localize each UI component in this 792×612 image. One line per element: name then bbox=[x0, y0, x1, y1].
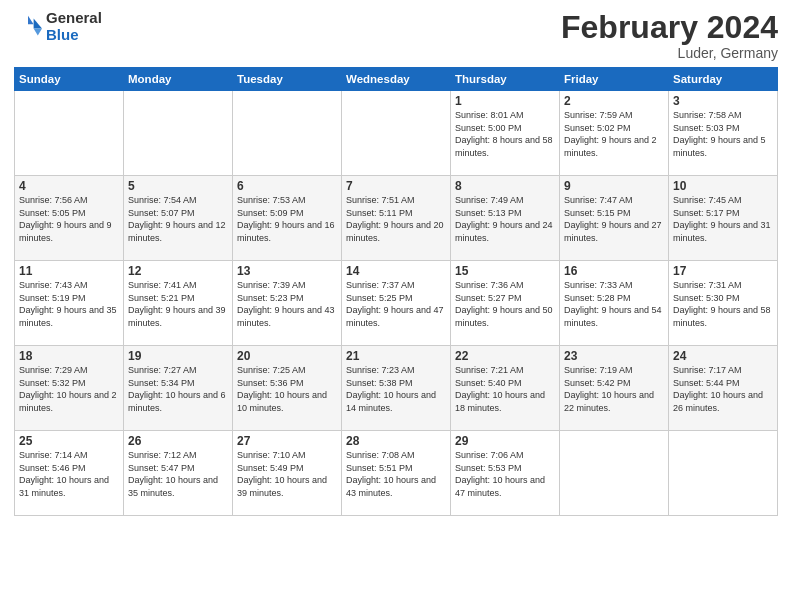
day-number: 18 bbox=[19, 349, 119, 363]
calendar-cell: 21Sunrise: 7:23 AM Sunset: 5:38 PM Dayli… bbox=[342, 346, 451, 431]
calendar-cell: 4Sunrise: 7:56 AM Sunset: 5:05 PM Daylig… bbox=[15, 176, 124, 261]
day-info: Sunrise: 7:49 AM Sunset: 5:13 PM Dayligh… bbox=[455, 194, 555, 244]
header-friday: Friday bbox=[560, 68, 669, 91]
day-number: 21 bbox=[346, 349, 446, 363]
day-number: 27 bbox=[237, 434, 337, 448]
day-info: Sunrise: 7:51 AM Sunset: 5:11 PM Dayligh… bbox=[346, 194, 446, 244]
day-number: 7 bbox=[346, 179, 446, 193]
day-info: Sunrise: 8:01 AM Sunset: 5:00 PM Dayligh… bbox=[455, 109, 555, 159]
calendar-cell: 16Sunrise: 7:33 AM Sunset: 5:28 PM Dayli… bbox=[560, 261, 669, 346]
day-number: 8 bbox=[455, 179, 555, 193]
calendar-cell bbox=[342, 91, 451, 176]
day-info: Sunrise: 7:39 AM Sunset: 5:23 PM Dayligh… bbox=[237, 279, 337, 329]
day-number: 19 bbox=[128, 349, 228, 363]
day-number: 17 bbox=[673, 264, 773, 278]
day-number: 26 bbox=[128, 434, 228, 448]
calendar-cell: 29Sunrise: 7:06 AM Sunset: 5:53 PM Dayli… bbox=[451, 431, 560, 516]
day-info: Sunrise: 7:53 AM Sunset: 5:09 PM Dayligh… bbox=[237, 194, 337, 244]
day-info: Sunrise: 7:41 AM Sunset: 5:21 PM Dayligh… bbox=[128, 279, 228, 329]
calendar-cell: 8Sunrise: 7:49 AM Sunset: 5:13 PM Daylig… bbox=[451, 176, 560, 261]
calendar-cell: 17Sunrise: 7:31 AM Sunset: 5:30 PM Dayli… bbox=[669, 261, 778, 346]
day-info: Sunrise: 7:59 AM Sunset: 5:02 PM Dayligh… bbox=[564, 109, 664, 159]
day-number: 25 bbox=[19, 434, 119, 448]
svg-marker-2 bbox=[28, 15, 34, 23]
calendar-cell: 19Sunrise: 7:27 AM Sunset: 5:34 PM Dayli… bbox=[124, 346, 233, 431]
day-info: Sunrise: 7:31 AM Sunset: 5:30 PM Dayligh… bbox=[673, 279, 773, 329]
day-number: 9 bbox=[564, 179, 664, 193]
day-info: Sunrise: 7:21 AM Sunset: 5:40 PM Dayligh… bbox=[455, 364, 555, 414]
calendar-cell: 13Sunrise: 7:39 AM Sunset: 5:23 PM Dayli… bbox=[233, 261, 342, 346]
calendar-cell: 22Sunrise: 7:21 AM Sunset: 5:40 PM Dayli… bbox=[451, 346, 560, 431]
day-number: 13 bbox=[237, 264, 337, 278]
calendar-week-2: 4Sunrise: 7:56 AM Sunset: 5:05 PM Daylig… bbox=[15, 176, 778, 261]
calendar-week-5: 25Sunrise: 7:14 AM Sunset: 5:46 PM Dayli… bbox=[15, 431, 778, 516]
calendar-cell: 28Sunrise: 7:08 AM Sunset: 5:51 PM Dayli… bbox=[342, 431, 451, 516]
day-number: 22 bbox=[455, 349, 555, 363]
header-sunday: Sunday bbox=[15, 68, 124, 91]
day-number: 5 bbox=[128, 179, 228, 193]
day-number: 28 bbox=[346, 434, 446, 448]
day-info: Sunrise: 7:36 AM Sunset: 5:27 PM Dayligh… bbox=[455, 279, 555, 329]
header-saturday: Saturday bbox=[669, 68, 778, 91]
header-thursday: Thursday bbox=[451, 68, 560, 91]
calendar-cell: 5Sunrise: 7:54 AM Sunset: 5:07 PM Daylig… bbox=[124, 176, 233, 261]
day-info: Sunrise: 7:47 AM Sunset: 5:15 PM Dayligh… bbox=[564, 194, 664, 244]
day-info: Sunrise: 7:12 AM Sunset: 5:47 PM Dayligh… bbox=[128, 449, 228, 499]
calendar-cell: 24Sunrise: 7:17 AM Sunset: 5:44 PM Dayli… bbox=[669, 346, 778, 431]
day-number: 1 bbox=[455, 94, 555, 108]
calendar-week-3: 11Sunrise: 7:43 AM Sunset: 5:19 PM Dayli… bbox=[15, 261, 778, 346]
calendar-cell bbox=[233, 91, 342, 176]
day-number: 2 bbox=[564, 94, 664, 108]
day-info: Sunrise: 7:25 AM Sunset: 5:36 PM Dayligh… bbox=[237, 364, 337, 414]
day-number: 24 bbox=[673, 349, 773, 363]
day-info: Sunrise: 7:06 AM Sunset: 5:53 PM Dayligh… bbox=[455, 449, 555, 499]
calendar-cell: 11Sunrise: 7:43 AM Sunset: 5:19 PM Dayli… bbox=[15, 261, 124, 346]
day-number: 11 bbox=[19, 264, 119, 278]
calendar-cell: 25Sunrise: 7:14 AM Sunset: 5:46 PM Dayli… bbox=[15, 431, 124, 516]
day-number: 20 bbox=[237, 349, 337, 363]
day-info: Sunrise: 7:08 AM Sunset: 5:51 PM Dayligh… bbox=[346, 449, 446, 499]
day-number: 4 bbox=[19, 179, 119, 193]
day-info: Sunrise: 7:14 AM Sunset: 5:46 PM Dayligh… bbox=[19, 449, 119, 499]
calendar-cell bbox=[560, 431, 669, 516]
calendar-cell: 7Sunrise: 7:51 AM Sunset: 5:11 PM Daylig… bbox=[342, 176, 451, 261]
day-number: 12 bbox=[128, 264, 228, 278]
header-wednesday: Wednesday bbox=[342, 68, 451, 91]
calendar-cell: 26Sunrise: 7:12 AM Sunset: 5:47 PM Dayli… bbox=[124, 431, 233, 516]
day-number: 10 bbox=[673, 179, 773, 193]
calendar-cell: 2Sunrise: 7:59 AM Sunset: 5:02 PM Daylig… bbox=[560, 91, 669, 176]
svg-marker-1 bbox=[34, 28, 42, 35]
page-container: General Blue February 2024 Luder, German… bbox=[0, 0, 792, 524]
calendar-cell: 18Sunrise: 7:29 AM Sunset: 5:32 PM Dayli… bbox=[15, 346, 124, 431]
calendar-cell: 9Sunrise: 7:47 AM Sunset: 5:15 PM Daylig… bbox=[560, 176, 669, 261]
calendar-cell bbox=[124, 91, 233, 176]
calendar-cell: 12Sunrise: 7:41 AM Sunset: 5:21 PM Dayli… bbox=[124, 261, 233, 346]
day-info: Sunrise: 7:45 AM Sunset: 5:17 PM Dayligh… bbox=[673, 194, 773, 244]
logo-icon bbox=[14, 13, 42, 41]
calendar-cell: 27Sunrise: 7:10 AM Sunset: 5:49 PM Dayli… bbox=[233, 431, 342, 516]
calendar-week-1: 1Sunrise: 8:01 AM Sunset: 5:00 PM Daylig… bbox=[15, 91, 778, 176]
logo: General Blue bbox=[14, 10, 102, 43]
header-tuesday: Tuesday bbox=[233, 68, 342, 91]
calendar-cell: 20Sunrise: 7:25 AM Sunset: 5:36 PM Dayli… bbox=[233, 346, 342, 431]
calendar-cell bbox=[669, 431, 778, 516]
calendar-cell bbox=[15, 91, 124, 176]
day-info: Sunrise: 7:43 AM Sunset: 5:19 PM Dayligh… bbox=[19, 279, 119, 329]
title-block: February 2024 Luder, Germany bbox=[561, 10, 778, 61]
calendar-header-row: Sunday Monday Tuesday Wednesday Thursday… bbox=[15, 68, 778, 91]
calendar-cell: 6Sunrise: 7:53 AM Sunset: 5:09 PM Daylig… bbox=[233, 176, 342, 261]
logo-blue: Blue bbox=[46, 27, 102, 44]
day-info: Sunrise: 7:33 AM Sunset: 5:28 PM Dayligh… bbox=[564, 279, 664, 329]
day-info: Sunrise: 7:19 AM Sunset: 5:42 PM Dayligh… bbox=[564, 364, 664, 414]
calendar-cell: 3Sunrise: 7:58 AM Sunset: 5:03 PM Daylig… bbox=[669, 91, 778, 176]
day-number: 16 bbox=[564, 264, 664, 278]
day-info: Sunrise: 7:37 AM Sunset: 5:25 PM Dayligh… bbox=[346, 279, 446, 329]
day-number: 29 bbox=[455, 434, 555, 448]
calendar-cell: 14Sunrise: 7:37 AM Sunset: 5:25 PM Dayli… bbox=[342, 261, 451, 346]
day-info: Sunrise: 7:17 AM Sunset: 5:44 PM Dayligh… bbox=[673, 364, 773, 414]
header-monday: Monday bbox=[124, 68, 233, 91]
day-info: Sunrise: 7:29 AM Sunset: 5:32 PM Dayligh… bbox=[19, 364, 119, 414]
svg-marker-0 bbox=[34, 18, 42, 28]
day-info: Sunrise: 7:54 AM Sunset: 5:07 PM Dayligh… bbox=[128, 194, 228, 244]
location: Luder, Germany bbox=[561, 45, 778, 61]
